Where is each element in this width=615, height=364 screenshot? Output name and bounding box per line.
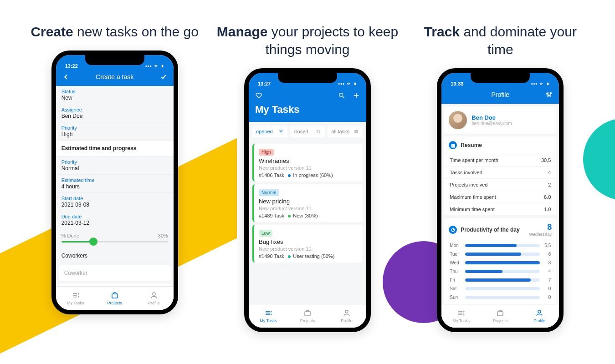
- svg-point-10: [538, 310, 541, 313]
- menu-icon: [354, 129, 359, 134]
- resume-icon: ▦: [449, 141, 457, 149]
- status-icons: ••• ᯤ ▮: [145, 63, 164, 69]
- back-icon[interactable]: [62, 73, 70, 81]
- priority-badge: Normal: [259, 189, 279, 196]
- status-icons: ••• ᯤ ▮: [338, 81, 357, 86]
- task-card[interactable]: Low Bug fixes New product version 11 #14…: [252, 225, 363, 263]
- svg-point-6: [547, 93, 548, 95]
- resume-row: Time spent per month30,5: [444, 154, 556, 166]
- productivity-bar-row: Thu4: [444, 267, 556, 276]
- phone-manage: 13:27 ••• ᯤ ▮ My Tasks open: [244, 68, 371, 332]
- field-priority2-label: Priority: [62, 159, 168, 165]
- filter-opened[interactable]: opened: [252, 126, 287, 137]
- status-icons: ••• ᯤ ▮: [531, 81, 550, 86]
- avatar: [449, 111, 467, 129]
- filter-closed[interactable]: closed: [290, 126, 325, 137]
- tab-projects[interactable]: Projects: [95, 287, 134, 310]
- tab-profile[interactable]: Profile: [327, 304, 366, 328]
- page-title: My Tasks: [255, 104, 360, 116]
- task-title: Wireframes: [259, 157, 358, 164]
- settings-icon[interactable]: [545, 91, 553, 98]
- phone-track: 13:33 ••• ᯤ ▮ Profile Ben Doe ben: [437, 68, 564, 332]
- task-meta: #1486 Task In progress (60%): [259, 172, 358, 178]
- headline-manage: Manage your projects to keep things movi…: [216, 23, 399, 58]
- tab-label: My Tasks: [67, 301, 84, 305]
- sort-icon: [316, 129, 321, 134]
- tab-label: Profile: [148, 301, 160, 305]
- header: Create a task: [56, 70, 174, 86]
- resume-title: Resume: [461, 142, 482, 148]
- tab-label: Profile: [341, 318, 353, 323]
- productivity-bar-row: Tue6: [444, 250, 556, 258]
- tab-label: My Tasks: [453, 318, 470, 323]
- svg-point-7: [548, 95, 550, 96]
- user-email: ben.doe@easy.com: [472, 121, 512, 126]
- tab-mytasks[interactable]: My Tasks: [249, 304, 288, 328]
- task-card[interactable]: Normal New pricing New product version 1…: [252, 184, 363, 222]
- field-estimated-label: Estimated time: [62, 177, 168, 183]
- task-title: New pricing: [259, 198, 358, 205]
- header: My Tasks: [249, 87, 366, 122]
- tab-mytasks[interactable]: My Tasks: [441, 304, 481, 328]
- field-priority-label: Priority: [62, 125, 168, 131]
- status-time: 13:27: [258, 81, 271, 86]
- resume-row: Projects involved2: [444, 178, 556, 191]
- user-name: Ben Doe: [472, 114, 512, 121]
- field-status-value[interactable]: New: [62, 95, 168, 101]
- filter-icon: [278, 129, 284, 134]
- svg-rect-1: [112, 294, 118, 298]
- productivity-bar-row: Sat0: [444, 284, 556, 293]
- task-meta: #1489 Task New (80%): [259, 213, 358, 218]
- task-card[interactable]: High Wireframes New product version 11 #…: [252, 144, 363, 182]
- phone-create: 13:22 ••• ᯤ ▮ Create a task StatusNew As…: [51, 51, 178, 314]
- resume-row: Minimum time spent1.0: [444, 203, 556, 215]
- field-startdate-value[interactable]: 2021-03-08: [62, 202, 168, 208]
- field-estimated-value[interactable]: 4 hours: [62, 183, 168, 190]
- headline-create: Create new tasks on the go: [31, 23, 199, 40]
- section-estimated-time: Estimated time and progress: [56, 141, 174, 157]
- field-assignee-label: Assignee: [62, 107, 168, 112]
- productivity-bar-row: Fri7: [444, 276, 556, 284]
- done-value: 30%: [158, 233, 168, 238]
- productivity-bar-row: Sun0: [444, 293, 556, 302]
- tab-profile[interactable]: Profile: [134, 287, 174, 310]
- tab-label: Projects: [107, 301, 122, 305]
- heart-icon[interactable]: [255, 92, 262, 99]
- field-duedate-value[interactable]: 2021-03-12: [62, 220, 168, 226]
- phone-notch: [85, 55, 144, 65]
- page-title: Profile: [455, 91, 545, 98]
- tab-mytasks[interactable]: My Tasks: [56, 287, 95, 310]
- resume-row: Maximum time spent6.0: [444, 191, 556, 203]
- field-priority-value[interactable]: High: [62, 131, 168, 137]
- productivity-icon: ◔: [449, 226, 457, 234]
- tab-label: Projects: [300, 318, 315, 323]
- done-slider[interactable]: % Done30%: [56, 229, 174, 246]
- tab-label: Projects: [493, 318, 508, 323]
- headline-track: Track and dominate your time: [409, 23, 591, 58]
- coworker-input[interactable]: Coworker: [59, 265, 171, 281]
- tab-projects[interactable]: Projects: [288, 304, 327, 328]
- done-label: % Done: [62, 233, 79, 238]
- status-time: 13:33: [451, 81, 463, 86]
- svg-point-5: [345, 310, 348, 313]
- priority-badge: Low: [259, 230, 272, 237]
- search-icon[interactable]: [338, 92, 345, 99]
- priority-badge: High: [259, 149, 274, 156]
- filter-alltasks[interactable]: all tasks: [328, 126, 363, 137]
- field-assignee-value[interactable]: Ben Doe: [62, 113, 168, 119]
- tab-label: My Tasks: [260, 318, 277, 323]
- field-duedate-label: Due date: [62, 214, 168, 219]
- header: Profile: [441, 87, 559, 104]
- svg-point-8: [550, 92, 552, 94]
- tab-profile[interactable]: Profile: [520, 304, 559, 328]
- field-priority2-value[interactable]: Normal: [62, 165, 168, 172]
- task-title: Bug fixes: [259, 238, 358, 245]
- plus-icon[interactable]: [353, 92, 360, 99]
- page-title: Create a task: [70, 73, 160, 81]
- svg-rect-4: [305, 312, 310, 316]
- svg-point-2: [153, 293, 155, 295]
- tab-projects[interactable]: Projects: [481, 304, 520, 328]
- svg-point-3: [339, 93, 343, 97]
- confirm-icon[interactable]: [160, 73, 167, 81]
- section-coworkers: Coworkers: [56, 246, 174, 263]
